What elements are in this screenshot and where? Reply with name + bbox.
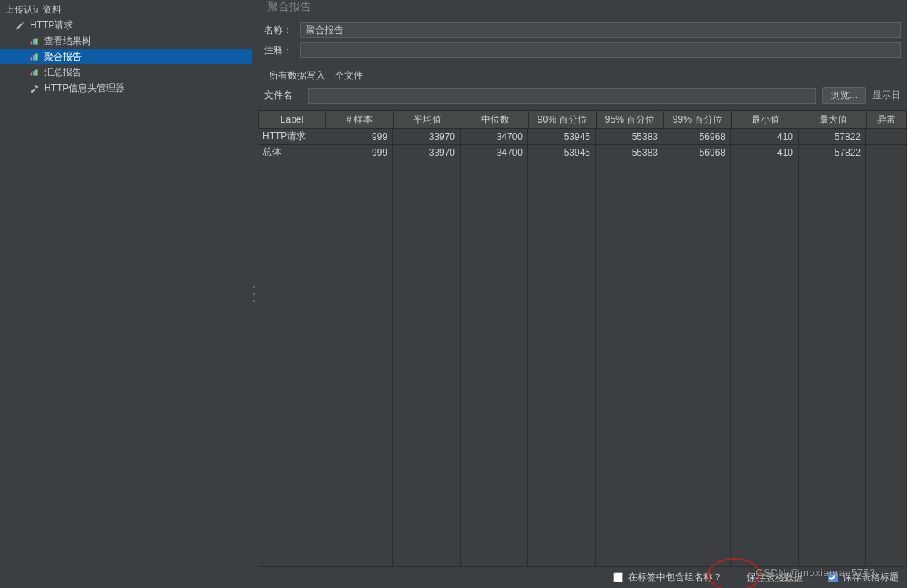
tree-item-aggregate-report[interactable]: 聚合报告 [0, 49, 252, 64]
app-root: 上传认证资料 HTTP请求 查看结果树 聚合报告 [0, 0, 907, 588]
td: 34700 [461, 129, 528, 145]
tree-item-view-results-tree[interactable]: 查看结果树 [0, 33, 252, 49]
footer-bar: 在标签中包含组名称？ 保存表格数据 保存表格标题 [258, 566, 907, 588]
pencil-icon [14, 20, 25, 31]
save-header-text: 保存表格标题 [843, 571, 899, 584]
table-body: HTTP请求 999 33970 34700 53945 55383 56968… [258, 129, 907, 566]
td: 56968 [663, 129, 731, 145]
file-section: 所有数据写入一个文件 文件名 浏览... 显示日 [258, 68, 907, 105]
svg-rect-7 [32, 71, 34, 76]
include-group-checkbox[interactable] [613, 572, 623, 582]
td: 999 [325, 145, 393, 160]
td: 55383 [596, 145, 663, 160]
svg-rect-1 [32, 39, 34, 45]
td-label: 总体 [258, 145, 325, 160]
chart-icon [28, 51, 39, 62]
tree-item-label: 上传认证资料 [5, 3, 61, 17]
td [866, 145, 907, 160]
tree-item-label: HTTP请求 [30, 19, 73, 32]
save-header-checkbox[interactable] [828, 572, 838, 582]
td: 56968 [663, 145, 731, 160]
th-pct95[interactable]: 95% 百分位 [596, 110, 663, 129]
table-row[interactable]: 总体 999 33970 34700 53945 55383 56968 410… [258, 145, 907, 160]
splitter-dots-icon [253, 286, 256, 302]
tree-item-label: 查看结果树 [44, 35, 91, 48]
trailing-label: 显示日 [872, 89, 901, 102]
td: 410 [731, 145, 799, 160]
chart-icon [28, 35, 39, 46]
td: 53945 [528, 129, 596, 145]
th-pct90[interactable]: 90% 百分位 [528, 110, 596, 129]
comment-label: 注释： [264, 44, 294, 57]
wrench-icon [28, 83, 39, 94]
td: 53945 [528, 145, 596, 160]
th-pct99[interactable]: 99% 百分位 [663, 110, 731, 129]
form-rows: 名称： 注释： [258, 19, 907, 63]
tree-item-label: 聚合报告 [44, 50, 82, 64]
svg-rect-2 [35, 38, 37, 44]
tree-item-http-request[interactable]: HTTP请求 [0, 17, 252, 33]
tree-item-label: HTTP信息头管理器 [44, 82, 125, 95]
td: 55383 [596, 129, 663, 145]
table-row[interactable]: HTTP请求 999 33970 34700 53945 55383 56968… [258, 129, 907, 145]
splitter-handle[interactable] [252, 0, 258, 588]
save-header-checkbox-label[interactable]: 保存表格标题 [828, 571, 899, 584]
chart-icon [28, 67, 39, 78]
svg-rect-6 [30, 72, 31, 75]
file-row: 文件名 浏览... 显示日 [264, 87, 901, 104]
row-name: 名称： [264, 22, 901, 38]
file-section-title: 所有数据写入一个文件 [269, 69, 901, 83]
th-samples[interactable]: # 样本 [325, 110, 393, 129]
th-label[interactable]: Label [258, 110, 325, 129]
svg-rect-3 [30, 57, 31, 60]
svg-rect-5 [35, 53, 37, 60]
svg-rect-0 [30, 41, 31, 44]
row-comment: 注释： [264, 42, 901, 58]
td [866, 129, 907, 145]
result-table: Label # 样本 平均值 中位数 90% 百分位 95% 百分位 99% 百… [258, 110, 907, 566]
th-min[interactable]: 最小值 [731, 110, 799, 129]
tree-item-label: 汇总报告 [44, 66, 82, 79]
td: 33970 [393, 145, 461, 160]
tree: 上传认证资料 HTTP请求 查看结果树 聚合报告 [0, 0, 252, 96]
browse-button[interactable]: 浏览... [822, 87, 866, 104]
tree-item-summary-report[interactable]: 汇总报告 [0, 64, 252, 80]
td: 57822 [799, 145, 866, 160]
td: 410 [731, 129, 799, 145]
name-input[interactable] [300, 22, 901, 38]
table-head: Label # 样本 平均值 中位数 90% 百分位 95% 百分位 99% 百… [258, 110, 907, 129]
file-label: 文件名 [264, 89, 302, 102]
panel-header: 聚合报告 [258, 0, 907, 19]
svg-rect-4 [32, 55, 34, 61]
tree-item-upload-auth[interactable]: 上传认证资料 [0, 2, 252, 17]
td: 33970 [393, 129, 461, 145]
save-table-data-button[interactable]: 保存表格数据 [738, 570, 812, 586]
td: 57822 [799, 129, 866, 145]
th-max[interactable]: 最大值 [799, 110, 866, 129]
th-median[interactable]: 中位数 [461, 110, 528, 129]
td: 999 [325, 129, 393, 145]
td-label: HTTP请求 [258, 129, 325, 145]
panel-title: 聚合报告 [267, 0, 899, 14]
main-panel: 聚合报告 名称： 注释： 所有数据写入一个文件 文件名 浏览... 显示日 [258, 0, 907, 588]
td: 34700 [461, 145, 528, 160]
sidebar: 上传认证资料 HTTP请求 查看结果树 聚合报告 [0, 0, 252, 588]
include-group-checkbox-label[interactable]: 在标签中包含组名称？ [613, 571, 722, 584]
th-average[interactable]: 平均值 [393, 110, 461, 129]
th-error[interactable]: 异常 [866, 110, 907, 129]
tree-item-http-header-manager[interactable]: HTTP信息头管理器 [0, 80, 252, 96]
name-label: 名称： [264, 24, 294, 37]
file-input[interactable] [308, 88, 816, 104]
comment-input[interactable] [300, 42, 901, 58]
include-group-text: 在标签中包含组名称？ [628, 571, 722, 584]
svg-rect-8 [35, 69, 37, 75]
